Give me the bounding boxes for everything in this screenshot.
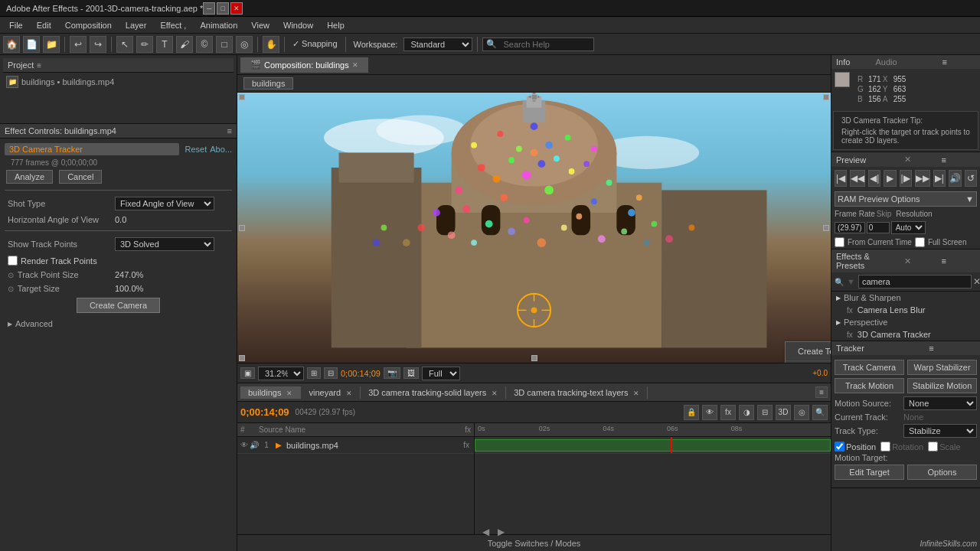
track-motion-btn[interactable]: Track Motion: [835, 378, 904, 393]
skip-value[interactable]: [867, 222, 890, 233]
prev-back-btn[interactable]: ◀◀: [850, 170, 865, 187]
tl-frame-blend-btn[interactable]: ⊟: [757, 405, 773, 420]
tracker-about-btn[interactable]: Abo...: [210, 145, 232, 154]
pen-tool[interactable]: ✏: [136, 36, 153, 53]
timeline-tab-solid[interactable]: 3D camera tracking-solid layers ✕: [361, 386, 506, 399]
ram-preview-btn[interactable]: RAM Preview Options ▼: [835, 191, 977, 207]
prev-fwd1-btn[interactable]: |▶: [900, 170, 912, 187]
comp-breadcrumb[interactable]: buildings: [243, 77, 293, 90]
timeline-tab-text[interactable]: 3D camera tracking-text layers ✕: [506, 386, 648, 399]
layer-row[interactable]: 👁 🔊 1 ▶ buildings.mp4 fx: [237, 437, 474, 454]
motion-source-select[interactable]: None: [903, 396, 977, 410]
timeline-tab-buildings[interactable]: buildings ✕: [240, 386, 301, 399]
camera-lens-blur-item[interactable]: fx Camera Lens Blur: [831, 304, 980, 316]
menu-edit[interactable]: Edit: [31, 19, 57, 31]
preview-menu[interactable]: ≡: [942, 155, 976, 165]
menu-window[interactable]: Window: [277, 19, 319, 31]
menu-effect[interactable]: Effect ,: [154, 19, 192, 31]
tracker-right-menu[interactable]: ≡: [929, 344, 975, 353]
comp-tab-close[interactable]: ✕: [352, 61, 358, 69]
hand-tool[interactable]: ✋: [263, 36, 279, 53]
viewer-toggle-btn[interactable]: ▣: [240, 367, 255, 379]
tl-motion-blur-btn[interactable]: ◑: [739, 405, 754, 420]
advanced-section[interactable]: ▶ Advanced: [5, 316, 232, 331]
timeline-tab-vineyard-close[interactable]: ✕: [346, 390, 352, 397]
menu-help[interactable]: Help: [321, 19, 351, 31]
edit-target-btn[interactable]: Edit Target: [835, 465, 904, 480]
stabilize-motion-btn[interactable]: Stabilize Motion: [907, 378, 977, 393]
show-snapshot-btn[interactable]: 🖼: [403, 367, 419, 379]
fit-btn[interactable]: ⊞: [307, 367, 321, 379]
effects-clear-btn[interactable]: ✕: [973, 276, 980, 287]
info-menu[interactable]: ≡: [942, 57, 976, 67]
tl-fx-btn[interactable]: fx: [720, 405, 736, 420]
tracker-reset-btn[interactable]: Reset: [185, 145, 207, 154]
timeline-tab-vineyard[interactable]: vineyard ✕: [301, 386, 361, 399]
timeline-menu-btn[interactable]: ≡: [815, 386, 828, 398]
tracker-right-tab[interactable]: Tracker: [836, 344, 883, 353]
select-tool[interactable]: ↖: [116, 36, 133, 53]
track-camera-btn[interactable]: Track Camera: [835, 360, 904, 375]
rotation-checkbox[interactable]: [880, 442, 890, 452]
shot-type-select[interactable]: Fixed Angle of View: [115, 197, 214, 210]
effect-controls-menu[interactable]: ≡: [227, 126, 232, 135]
tl-3d-btn[interactable]: 3D: [776, 405, 791, 420]
tl-search-btn[interactable]: 🔍: [812, 405, 828, 420]
open-btn[interactable]: 📁: [43, 36, 60, 53]
redo-btn[interactable]: ↪: [90, 36, 106, 53]
effects-tab[interactable]: Effects & Presets: [836, 252, 871, 270]
clone-tool[interactable]: ©: [196, 36, 213, 53]
effects-search-input[interactable]: [858, 275, 972, 289]
brush-tool[interactable]: 🖌: [176, 36, 193, 53]
quality-select[interactable]: Full: [422, 367, 460, 380]
prev-loop-btn[interactable]: ↺: [965, 170, 977, 187]
warp-stabilizer-btn[interactable]: Warp Stabilizer: [907, 360, 977, 375]
ctx-create-text-camera[interactable]: Create Text and Camera: [786, 342, 831, 361]
cancel-btn[interactable]: Cancel: [59, 170, 102, 184]
home-btn[interactable]: 🏠: [3, 36, 20, 53]
text-tool[interactable]: T: [156, 36, 173, 53]
new-btn[interactable]: 📄: [23, 36, 40, 53]
tl-hide-btn[interactable]: 👁: [702, 405, 717, 420]
undo-btn[interactable]: ↩: [70, 36, 87, 53]
create-camera-btn[interactable]: Create Camera: [77, 298, 160, 313]
perspective-category[interactable]: ▶ Perspective: [831, 316, 980, 328]
full-screen-checkbox[interactable]: [915, 237, 925, 247]
timeline-tab-text-close[interactable]: ✕: [633, 390, 639, 397]
menu-view[interactable]: View: [245, 19, 276, 31]
menu-layer[interactable]: Layer: [119, 19, 153, 31]
tl-solo-btn[interactable]: ◎: [794, 405, 809, 420]
render-track-checkbox[interactable]: [8, 256, 18, 266]
resolution-select[interactable]: Auto: [891, 221, 926, 234]
analyze-btn[interactable]: Analyze: [6, 170, 53, 184]
roto-tool[interactable]: ◎: [236, 36, 253, 53]
preview-tab[interactable]: Preview: [836, 155, 871, 165]
timeline-scroll-left[interactable]: ◀: [482, 527, 489, 537]
snapshot-btn[interactable]: 📷: [384, 367, 400, 379]
preview-close[interactable]: ✕: [904, 155, 939, 165]
timeline-tab-buildings-close[interactable]: ✕: [286, 390, 292, 397]
project-menu-btn[interactable]: ≡: [37, 61, 41, 70]
timeline-tab-solid-close[interactable]: ✕: [492, 390, 498, 397]
prev-audio-btn[interactable]: 🔊: [949, 170, 962, 187]
minimize-btn[interactable]: ─: [203, 2, 215, 15]
comp-tab-buildings[interactable]: 🎬 Composition: buildings ✕: [240, 57, 368, 73]
camera-tracker-item[interactable]: fx 3D Camera Tracker: [831, 328, 980, 341]
checker-btn[interactable]: ⊟: [324, 367, 338, 379]
prev-last-btn[interactable]: ▶|: [933, 170, 946, 187]
zoom-select[interactable]: 31.2%: [258, 367, 304, 380]
effects-close[interactable]: ✕: [904, 256, 939, 266]
timeline-scroll-right[interactable]: ▶: [498, 527, 505, 537]
tl-lock-btn[interactable]: 🔒: [684, 405, 699, 420]
prev-back1-btn[interactable]: ◀|: [868, 170, 880, 187]
ctx-create-solid-camera[interactable]: Create Solid and Camera: [786, 361, 831, 363]
menu-composition[interactable]: Composition: [59, 19, 118, 31]
search-help-input[interactable]: [498, 37, 590, 51]
close-btn[interactable]: ✕: [230, 2, 243, 15]
layer-audio[interactable]: 🔊: [250, 441, 259, 449]
prev-fwd-btn[interactable]: ▶▶: [915, 170, 930, 187]
workspace-select[interactable]: Standard: [403, 37, 472, 51]
prev-play-btn[interactable]: ▶: [884, 170, 896, 187]
blur-sharpen-category[interactable]: ▶ Blur & Sharpen: [831, 292, 980, 304]
show-track-select[interactable]: 3D Solved: [115, 237, 214, 251]
